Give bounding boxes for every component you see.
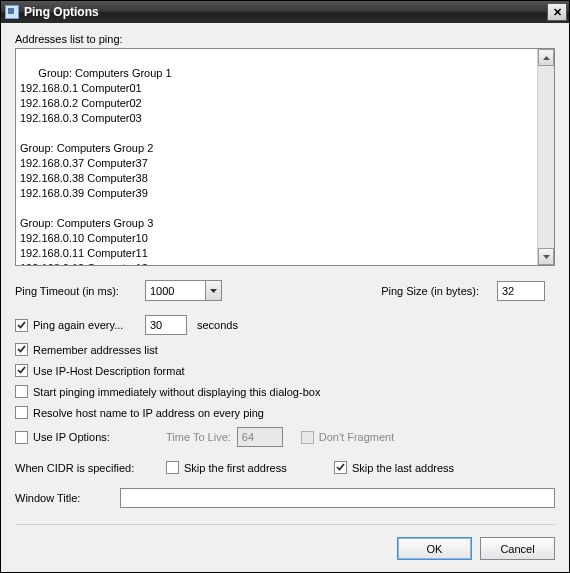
resolve-checkbox[interactable] [15,406,28,419]
skip-last-checkbox[interactable] [334,461,347,474]
skip-last-label: Skip the last address [352,462,454,474]
window-title-label: Window Title: [15,492,120,504]
dont-fragment-checkbox [301,431,314,444]
ping-again-checkbox[interactable] [15,319,28,332]
ping-timeout-label: Ping Timeout (in ms): [15,285,145,297]
ping-options-dialog: Ping Options ✕ Addresses list to ping: G… [0,0,570,573]
start-immed-label: Start pinging immediately without displa… [33,386,320,398]
iphost-row: Use IP-Host Description format [15,364,555,377]
addresses-scrollbar[interactable] [537,49,554,265]
dont-fragment-label: Don't Fragment [319,431,394,443]
iphost-checkbox[interactable] [15,364,28,377]
chevron-down-icon [210,289,217,293]
remember-row: Remember addresses list [15,343,555,356]
scroll-down-button[interactable] [538,248,554,265]
iphost-label: Use IP-Host Description format [33,365,185,377]
ping-size-label: Ping Size (in bytes): [381,285,479,297]
ping-again-label: Ping again every... [33,319,145,331]
ping-timeout-dropdown[interactable] [205,280,222,301]
ping-again-row: Ping again every... seconds [15,315,555,335]
skip-first-checkbox[interactable] [166,461,179,474]
close-icon: ✕ [553,6,562,19]
ping-again-input[interactable] [145,315,187,335]
remember-label: Remember addresses list [33,344,158,356]
start-immed-row: Start pinging immediately without displa… [15,385,555,398]
titlebar: Ping Options ✕ [1,1,569,23]
resolve-label: Resolve host name to IP address on every… [33,407,264,419]
ok-button[interactable]: OK [397,537,472,560]
cidr-row: When CIDR is specified: Skip the first a… [15,461,555,474]
skip-first-label: Skip the first address [184,462,334,474]
remember-checkbox[interactable] [15,343,28,356]
ping-timeout-input[interactable] [145,280,205,301]
window-title: Ping Options [24,5,547,19]
addresses-text: Group: Computers Group 1 192.168.0.1 Com… [20,67,172,266]
buttons-row: OK Cancel [15,527,555,560]
use-ipopts-label: Use IP Options: [33,431,166,443]
ttl-label: Time To Live: [166,431,231,443]
ttl-input [237,427,283,447]
addresses-textarea[interactable]: Group: Computers Group 1 192.168.0.1 Com… [15,48,555,266]
scroll-track[interactable] [538,66,554,248]
cidr-label: When CIDR is specified: [15,462,166,474]
ping-size-input[interactable] [497,281,545,301]
ping-timeout-combo[interactable] [145,280,222,301]
close-button[interactable]: ✕ [547,3,567,21]
ipopts-row: Use IP Options: Time To Live: Don't Frag… [15,427,555,447]
chevron-up-icon [543,56,550,60]
window-title-row: Window Title: [15,488,555,508]
scroll-up-button[interactable] [538,49,554,66]
use-ipopts-checkbox[interactable] [15,431,28,444]
ping-again-unit: seconds [197,319,238,331]
addresses-label: Addresses list to ping: [15,33,555,45]
button-separator [15,524,555,525]
app-icon [5,5,19,19]
start-immed-checkbox[interactable] [15,385,28,398]
client-area: Addresses list to ping: Group: Computers… [1,23,569,572]
chevron-down-icon [543,255,550,259]
cancel-button[interactable]: Cancel [480,537,555,560]
window-title-input[interactable] [120,488,555,508]
resolve-row: Resolve host name to IP address on every… [15,406,555,419]
timeout-size-row: Ping Timeout (in ms): Ping Size (in byte… [15,280,555,301]
